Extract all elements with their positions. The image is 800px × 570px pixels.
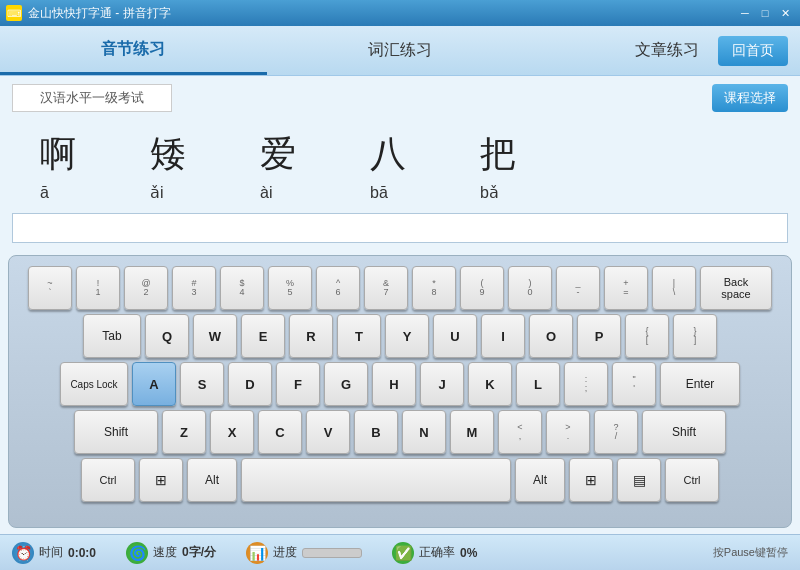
key-backtick[interactable]: ~` xyxy=(28,266,72,310)
shift-left-key[interactable]: Shift xyxy=(74,410,158,454)
key-w[interactable]: W xyxy=(193,314,237,358)
key-semicolon[interactable]: :; xyxy=(564,362,608,406)
chars-area: 啊 矮 爱 八 把 ā ǎi ài bā bǎ xyxy=(0,120,800,207)
minimize-button[interactable]: ─ xyxy=(736,5,754,21)
key-j[interactable]: J xyxy=(420,362,464,406)
accuracy-label: 正确率 xyxy=(419,544,455,561)
pinyin-2: ài xyxy=(260,184,310,202)
key-n[interactable]: N xyxy=(402,410,446,454)
pinyin-0: ā xyxy=(40,184,90,202)
key-6[interactable]: ^6 xyxy=(316,266,360,310)
key-0[interactable]: )0 xyxy=(508,266,552,310)
ctrl-left-key[interactable]: Ctrl xyxy=(81,458,135,502)
key-t[interactable]: T xyxy=(337,314,381,358)
key-r[interactable]: R xyxy=(289,314,333,358)
tab-vocabulary[interactable]: 词汇练习 xyxy=(267,28,534,73)
speed-label: 速度 xyxy=(153,544,177,561)
key-m[interactable]: M xyxy=(450,410,494,454)
key-3[interactable]: #3 xyxy=(172,266,216,310)
key-9[interactable]: (9 xyxy=(460,266,504,310)
text-input-area[interactable] xyxy=(12,213,788,243)
close-button[interactable]: ✕ xyxy=(776,5,794,21)
key-backslash[interactable]: |\ xyxy=(652,266,696,310)
key-a[interactable]: A xyxy=(132,362,176,406)
speed-status: 🌀 速度 0字/分 xyxy=(126,542,216,564)
win-right-key[interactable]: ⊞ xyxy=(569,458,613,502)
app-title: 金山快快打字通 - 拼音打字 xyxy=(28,5,736,22)
key-1[interactable]: !1 xyxy=(76,266,120,310)
pinyin-row: ā ǎi ài bā bǎ xyxy=(40,183,760,202)
char-3: 八 xyxy=(370,130,420,179)
key-z[interactable]: Z xyxy=(162,410,206,454)
pinyin-3: bā xyxy=(370,184,420,202)
speed-icon: 🌀 xyxy=(126,542,148,564)
key-4[interactable]: $4 xyxy=(220,266,264,310)
enter-key[interactable]: Enter xyxy=(660,362,740,406)
key-c[interactable]: C xyxy=(258,410,302,454)
time-value: 0:0:0 xyxy=(68,546,96,560)
key-7[interactable]: &7 xyxy=(364,266,408,310)
key-e[interactable]: E xyxy=(241,314,285,358)
key-g[interactable]: G xyxy=(324,362,368,406)
key-k[interactable]: K xyxy=(468,362,512,406)
key-5[interactable]: %5 xyxy=(268,266,312,310)
keyboard: ~` !1 @2 #3 $4 %5 ^6 &7 *8 (9 )0 _- += |… xyxy=(8,255,792,528)
key-8[interactable]: *8 xyxy=(412,266,456,310)
ctrl-right-key[interactable]: Ctrl xyxy=(665,458,719,502)
accuracy-value: 0% xyxy=(460,546,477,560)
key-u[interactable]: U xyxy=(433,314,477,358)
key-o[interactable]: O xyxy=(529,314,573,358)
key-s[interactable]: S xyxy=(180,362,224,406)
key-equal[interactable]: += xyxy=(604,266,648,310)
accuracy-status: ✅ 正确率 0% xyxy=(392,542,477,564)
space-key[interactable] xyxy=(241,458,511,502)
key-comma[interactable]: <, xyxy=(498,410,542,454)
key-quote[interactable]: "' xyxy=(612,362,656,406)
key-l[interactable]: L xyxy=(516,362,560,406)
key-lbracket[interactable]: {[ xyxy=(625,314,669,358)
char-1: 矮 xyxy=(150,130,200,179)
key-slash[interactable]: ?/ xyxy=(594,410,638,454)
key-2[interactable]: @2 xyxy=(124,266,168,310)
progress-label: 进度 xyxy=(273,544,297,561)
time-label: 时间 xyxy=(39,544,63,561)
course-select-button[interactable]: 课程选择 xyxy=(712,84,788,112)
key-v[interactable]: V xyxy=(306,410,350,454)
key-b[interactable]: B xyxy=(354,410,398,454)
maximize-button[interactable]: □ xyxy=(756,5,774,21)
key-period[interactable]: >. xyxy=(546,410,590,454)
alt-right-key[interactable]: Alt xyxy=(515,458,565,502)
backspace-key[interactable]: Backspace xyxy=(700,266,772,310)
progress-bar xyxy=(302,548,362,558)
capslock-key[interactable]: Caps Lock xyxy=(60,362,128,406)
accuracy-icon: ✅ xyxy=(392,542,414,564)
tab-key[interactable]: Tab xyxy=(83,314,141,358)
pinyin-4: bǎ xyxy=(480,183,530,202)
key-d[interactable]: D xyxy=(228,362,272,406)
alt-left-key[interactable]: Alt xyxy=(187,458,237,502)
key-p[interactable]: P xyxy=(577,314,621,358)
key-h[interactable]: H xyxy=(372,362,416,406)
pinyin-1: ǎi xyxy=(150,183,200,202)
key-i[interactable]: I xyxy=(481,314,525,358)
home-button[interactable]: 回首页 xyxy=(718,36,788,66)
key-q[interactable]: Q xyxy=(145,314,189,358)
shift-right-key[interactable]: Shift xyxy=(642,410,726,454)
time-icon: ⏰ xyxy=(12,542,34,564)
progress-icon: 📊 xyxy=(246,542,268,564)
win-left-key[interactable]: ⊞ xyxy=(139,458,183,502)
char-2: 爱 xyxy=(260,130,310,179)
char-4: 把 xyxy=(480,130,530,179)
speed-value: 0字/分 xyxy=(182,544,216,561)
key-f[interactable]: F xyxy=(276,362,320,406)
key-x[interactable]: X xyxy=(210,410,254,454)
key-y[interactable]: Y xyxy=(385,314,429,358)
window-controls: ─ □ ✕ xyxy=(736,5,794,21)
time-status: ⏰ 时间 0:0:0 xyxy=(12,542,96,564)
top-nav: 音节练习 词汇练习 文章练习 回首页 xyxy=(0,26,800,76)
menu-key[interactable]: ▤ xyxy=(617,458,661,502)
key-minus[interactable]: _- xyxy=(556,266,600,310)
char-0: 啊 xyxy=(40,130,90,179)
key-rbracket[interactable]: }] xyxy=(673,314,717,358)
tab-syllable[interactable]: 音节练习 xyxy=(0,27,267,75)
